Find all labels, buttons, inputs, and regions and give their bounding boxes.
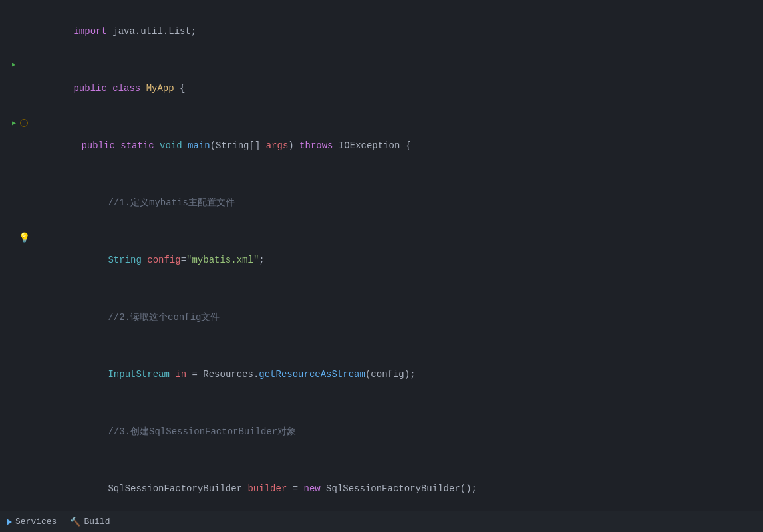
token: public (73, 83, 112, 94)
line-content-comment3: //3.创建SqlSessionFactorBuilder对象 (35, 404, 763, 460)
code-line-main: ▶ public static void main(String[] args)… (0, 117, 763, 174)
code-line-comment3: //3.创建SqlSessionFactorBuilder对象 (0, 403, 763, 460)
bottom-bar: Services 🔨 Build (0, 511, 763, 532)
gutter-config: 💡 (0, 232, 35, 243)
line-content-comment2: //2.读取这个config文件 (35, 289, 763, 345)
token: ; (259, 255, 264, 265)
code-line-inputstream: InputStream in = Resources.getResourceAs… (0, 346, 763, 403)
token: { (180, 83, 185, 94)
token: java.util.List; (112, 26, 196, 37)
token: in (175, 369, 186, 380)
code-line-builder: SqlSessionFactoryBuilder builder = new S… (0, 460, 763, 511)
token: (config); (365, 369, 416, 380)
line-content-class: public class MyApp { (35, 61, 763, 116)
services-play-icon (7, 519, 12, 525)
token: getResourceAsStream (259, 369, 365, 380)
token: = (287, 483, 303, 494)
token: config (147, 255, 180, 265)
code-line-config: 💡 String config="mybatis.xml"; (0, 231, 763, 289)
token: import (73, 26, 112, 37)
token: public (81, 140, 120, 151)
token: args (266, 140, 289, 151)
token: new (304, 483, 327, 494)
token: Resources. (203, 369, 259, 380)
token: String (108, 255, 147, 265)
token: = (181, 255, 186, 265)
token: class (112, 83, 146, 94)
line-content-import: import java.util.List; (35, 3, 763, 59)
gutter-main: ▶ (0, 118, 35, 128)
code-line-import: import java.util.List; (0, 3, 763, 60)
token: SqlSessionFactoryBuilder (108, 483, 247, 494)
token: MyApp (146, 83, 180, 94)
build-label: Build (84, 517, 110, 527)
gutter-class: ▶ (0, 61, 35, 68)
collapse-arrow-main[interactable]: ▶ (12, 119, 16, 127)
code-line-comment2: //2.读取这个config文件 (0, 289, 763, 346)
token: static (120, 140, 160, 151)
throws-keyword: throws (299, 140, 333, 151)
line-content-inputstream: InputStream in = Resources.getResourceAs… (35, 346, 763, 402)
token: ) (288, 140, 299, 151)
build-hammer-icon: 🔨 (70, 517, 80, 527)
code-editor: import java.util.List; ▶ public class My… (0, 0, 763, 511)
code-line-class: ▶ public class MyApp { (0, 60, 763, 117)
token: IOException { (333, 140, 412, 151)
line-content-config: String config="mybatis.xml"; (35, 232, 763, 288)
token: InputStream (108, 369, 175, 380)
token: main (188, 140, 210, 151)
services-tab[interactable]: Services (7, 517, 57, 527)
collapse-arrow-class[interactable]: ▶ (12, 61, 16, 68)
token: SqlSessionFactoryBuilder(); (326, 483, 477, 494)
token: //3.创建SqlSessionFactorBuilder对象 (108, 426, 296, 437)
token: "mybatis.xml" (186, 255, 259, 265)
build-tab[interactable]: 🔨 Build (70, 517, 110, 527)
token: //2.读取这个config文件 (108, 312, 220, 323)
token: void (160, 140, 188, 151)
breakpoint-icon[interactable] (19, 118, 29, 128)
line-content-comment1: //1.定义mybatis主配置文件 (35, 175, 763, 231)
token: //1.定义mybatis主配置文件 (108, 198, 234, 208)
token: (String[] (210, 140, 266, 151)
line-content-main: public static void main(String[] args) t… (35, 118, 763, 174)
line-content-builder: SqlSessionFactoryBuilder builder = new S… (35, 461, 763, 511)
lightbulb-icon[interactable]: 💡 (19, 232, 29, 243)
services-label: Services (15, 517, 57, 527)
token: builder (247, 483, 287, 494)
code-line-comment1: //1.定义mybatis主配置文件 (0, 174, 763, 231)
token: = (186, 369, 203, 380)
